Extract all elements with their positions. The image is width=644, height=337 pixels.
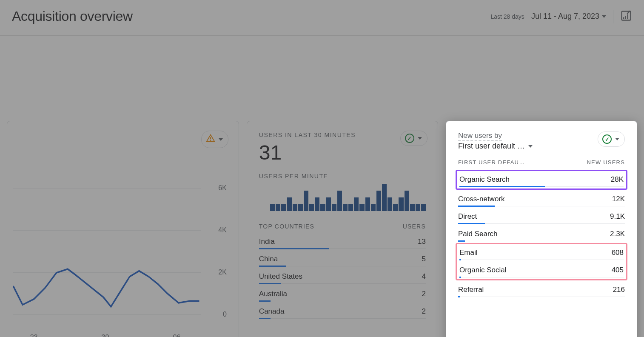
status-selector[interactable]: [201, 131, 228, 148]
realtime-value: 31: [259, 141, 426, 164]
cards-row: 6K 4K 2K 0 23 30 06 Aug ✓ USERS IN LAST …: [0, 36, 644, 337]
country-row: China5: [259, 251, 426, 266]
y-tick: 2K: [218, 268, 227, 276]
page-header: Acquisition overview Last 28 days Jul 11…: [0, 0, 644, 36]
divider: [613, 10, 613, 23]
warning-icon: [206, 134, 215, 145]
countries-list: India13China5United States4Australia2Can…: [259, 233, 426, 319]
col-channel: FIRST USER DEFAU…: [458, 159, 525, 166]
country-row: Australia2: [259, 286, 426, 301]
col-new-users: NEW USERS: [587, 159, 625, 166]
y-tick: 0: [223, 311, 227, 318]
chevron-down-icon: [418, 137, 422, 140]
y-tick: 6K: [218, 184, 227, 192]
col-countries: TOP COUNTRIES: [259, 223, 314, 230]
channel-row: Paid Search2.3K: [458, 226, 625, 241]
line-chart: 6K 4K 2K 0 23 30 06 Aug: [13, 183, 227, 323]
channel-row: Direct9.1K: [458, 208, 625, 224]
channel-row: Email608: [459, 244, 624, 260]
highlight-pink: Email608Organic Social405: [456, 243, 627, 280]
channel-row: Organic Search28K: [459, 171, 624, 187]
x-tick: 23: [30, 333, 38, 337]
header-controls: Last 28 days Jul 11 - Aug 7, 2023: [490, 10, 632, 23]
chevron-down-icon: [602, 15, 606, 18]
status-selector[interactable]: ✓: [400, 131, 427, 146]
chevron-down-icon: [528, 145, 533, 148]
channel-row: Cross-network12K: [458, 191, 625, 206]
x-tick: 30: [102, 333, 109, 337]
date-range-text: Jul 11 - Aug 7, 2023: [531, 12, 599, 21]
channel-row: Organic Social405: [459, 262, 624, 277]
channel-row: Referral216: [458, 281, 625, 297]
chevron-down-icon: [219, 138, 223, 141]
y-tick: 4K: [218, 226, 227, 234]
country-row: India13: [259, 233, 426, 249]
check-icon: ✓: [602, 134, 612, 144]
dimension-selector[interactable]: First user default …: [458, 142, 533, 151]
realtime-card: ✓ USERS IN LAST 30 MINUTES 31 USERS PER …: [247, 121, 438, 337]
users-per-min-head: USERS PER MINUTE: [259, 173, 426, 180]
channel-list: Organic Search28KCross-network12KDirect9…: [458, 170, 625, 297]
countries-head: TOP COUNTRIES USERS: [259, 219, 426, 233]
users-per-min-chart: [259, 184, 426, 211]
card3-head: New users by First user default … ✓: [458, 131, 625, 151]
date-range-selector[interactable]: Jul 11 - Aug 7, 2023: [531, 12, 606, 21]
country-row: Canada2: [259, 303, 426, 319]
insights-icon[interactable]: [620, 10, 632, 23]
country-row: United States4: [259, 268, 426, 284]
status-selector[interactable]: ✓: [598, 131, 625, 147]
channel-table-head: FIRST USER DEFAU… NEW USERS: [458, 155, 625, 169]
date-period-label: Last 28 days: [490, 13, 524, 20]
chevron-down-icon: [615, 138, 619, 140]
new-users-card: New users by First user default … ✓ FIRS…: [446, 121, 637, 337]
check-icon: ✓: [405, 134, 414, 143]
dimension-prefix: New users by: [458, 131, 502, 141]
highlight-purple: Organic Search28K: [456, 170, 627, 190]
line-path: [13, 183, 201, 337]
svg-point-2: [210, 140, 211, 140]
page-title: Acquisition overview: [12, 9, 133, 24]
trend-card: 6K 4K 2K 0 23 30 06 Aug: [7, 121, 239, 337]
col-users: USERS: [403, 223, 426, 230]
x-tick: 06 Aug: [171, 333, 182, 337]
